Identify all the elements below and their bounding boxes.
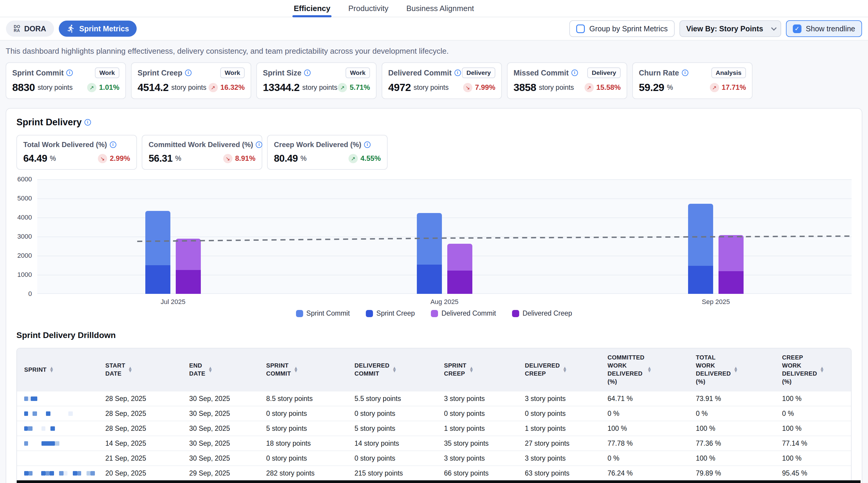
sort-icon[interactable]: ▲▼ <box>50 367 53 372</box>
stat-card-title: Total Work Delivered (%)i <box>23 140 130 149</box>
table-cell: 3 story points <box>518 395 600 403</box>
group-by-sprint-metrics-toggle[interactable]: Group by Sprint Metrics <box>569 20 675 37</box>
info-icon[interactable]: i <box>304 69 311 76</box>
metric-cards-row: Sprint CommitiWork8830story points↗1.01%… <box>6 62 862 99</box>
column-header-sprint[interactable]: Sprint▲▼ <box>17 349 98 391</box>
group-by-checkbox[interactable] <box>576 25 585 33</box>
tab-productivity[interactable]: Productivity <box>348 0 388 17</box>
sort-icon[interactable]: ▲▼ <box>209 367 212 372</box>
sort-icon[interactable]: ▲▼ <box>393 367 396 372</box>
dora-button[interactable]: DORA DORA <box>6 21 54 37</box>
trend-value: 5.71% <box>350 83 370 92</box>
table-row[interactable]: 28 Sep, 202530 Sep, 20258.5 story points… <box>17 391 851 406</box>
info-icon[interactable]: i <box>85 119 91 126</box>
column-header-end-date[interactable]: End Date▲▼ <box>182 349 259 391</box>
sort-icon[interactable]: ▲▼ <box>734 367 737 372</box>
sprint-redacted-cell <box>17 396 98 401</box>
column-header-total-work-delivered[interactable]: Total Work Delivered (%)▲▼ <box>689 349 775 391</box>
metric-card-sprint-commit: Sprint CommitiWork8830story points↗1.01% <box>6 62 126 99</box>
sprint-delivery-header: Sprint Delivery i <box>17 117 851 128</box>
table-cell: 0 story points <box>347 454 437 462</box>
sprint-metrics-label: Sprint Metrics <box>80 25 129 33</box>
legend-item-sprint-commit[interactable]: Sprint Commit <box>296 310 350 317</box>
table-cell: 77.78 % <box>600 440 689 448</box>
table-row[interactable]: 28 Sep, 202530 Sep, 20255 story points5 … <box>17 421 851 436</box>
info-icon[interactable]: i <box>110 141 116 148</box>
legend-label: Sprint Creep <box>376 310 415 317</box>
table-row[interactable]: 14 Sep, 202530 Sep, 202518 story points1… <box>17 436 851 450</box>
trend-value: 1.01% <box>99 83 119 92</box>
metric-card-body: 4972story points↘7.99% <box>388 82 495 93</box>
sort-icon[interactable]: ▲▼ <box>648 367 651 372</box>
sort-icon[interactable]: ▲▼ <box>470 367 473 372</box>
sprint-redacted-cell <box>17 426 98 431</box>
sort-icon[interactable]: ▲▼ <box>563 367 566 372</box>
sprint-delivery-section: Sprint Delivery i Total Work Delivered (… <box>6 108 862 483</box>
view-by-dropdown[interactable]: View By: Story Points <box>679 20 781 37</box>
redacted-block <box>41 426 45 431</box>
info-icon[interactable]: i <box>256 141 262 148</box>
table-cell: 1 story points <box>437 424 518 432</box>
redacted-block <box>28 411 33 416</box>
info-icon[interactable]: i <box>364 141 371 148</box>
column-header-start-date[interactable]: Start Date▲▼ <box>98 349 182 391</box>
table-cell: 30 Sep, 2025 <box>182 424 259 432</box>
metric-value: 8830 <box>12 82 35 93</box>
show-trendline-checkbox[interactable]: ✓ <box>793 25 802 33</box>
tab-efficiency[interactable]: Efficiency <box>293 0 330 17</box>
table-cell: 35 story points <box>437 440 518 448</box>
tab-business-alignment[interactable]: Business Alignment <box>406 0 474 17</box>
table-cell: 0 story points <box>437 410 518 418</box>
column-header-delivered-creep[interactable]: Delivered Creep▲▼ <box>518 349 600 391</box>
metric-card-missed-commit: Missed CommitiDelivery3858story points↗1… <box>507 62 627 99</box>
trend-indicator: ↗1.01% <box>87 83 119 92</box>
x-axis-label: Aug 2025 <box>430 298 458 306</box>
info-icon[interactable]: i <box>185 69 192 76</box>
trend-value: 4.55% <box>361 154 381 163</box>
table-cell: 18 story points <box>259 440 347 448</box>
column-header-creep-work-delivered[interactable]: Creep Work Delivered (%)▲▼ <box>775 349 851 391</box>
sort-icon[interactable]: ▲▼ <box>294 367 298 372</box>
column-header-sprint-creep[interactable]: Sprint Creep▲▼ <box>437 349 518 391</box>
column-header-delivered-commit[interactable]: Delivered Commit▲▼ <box>347 349 437 391</box>
table-cell: 100 % <box>775 395 851 403</box>
info-icon[interactable]: i <box>682 69 688 76</box>
column-header-label: Sprint <box>24 366 46 374</box>
redacted-block <box>37 411 46 416</box>
trend-indicator: ↗17.71% <box>710 83 746 92</box>
table-row[interactable]: 28 Sep, 202530 Sep, 20250 story points0 … <box>17 406 851 421</box>
table-cell: 28 Sep, 2025 <box>98 424 182 432</box>
metric-unit: % <box>667 84 673 92</box>
delivery-stat-cards: Total Work Delivered (%)i64.49%↘2.99%Com… <box>17 135 851 170</box>
chart-plot-area[interactable] <box>37 179 851 294</box>
redacted-block <box>81 471 87 476</box>
legend-item-sprint-creep[interactable]: Sprint Creep <box>366 310 415 317</box>
redacted-block <box>33 411 37 416</box>
table-row[interactable]: 20 Sep, 202529 Sep, 2025282 story points… <box>17 465 851 480</box>
info-icon[interactable]: i <box>455 69 461 76</box>
runner-icon <box>66 24 75 33</box>
table-cell: 5.5 story points <box>347 395 437 403</box>
sprint-metrics-button[interactable]: Sprint Metrics <box>59 21 137 37</box>
legend-label: Delivered Creep <box>523 310 572 317</box>
redacted-block <box>77 471 81 476</box>
column-header-committed-work-delivered[interactable]: Committed Work Delivered (%)▲▼ <box>600 349 689 391</box>
table-cell: 95.45 % <box>775 469 851 477</box>
info-icon[interactable]: i <box>571 69 578 76</box>
stat-unit: % <box>50 155 56 163</box>
column-header-sprint-commit[interactable]: Sprint Commit▲▼ <box>259 349 347 391</box>
table-cell: 0 % <box>775 410 851 418</box>
legend-item-delivered-creep[interactable]: Delivered Creep <box>512 310 572 317</box>
stat-unit: % <box>175 155 181 163</box>
sort-icon[interactable]: ▲▼ <box>820 367 824 372</box>
info-icon[interactable]: i <box>66 69 73 76</box>
show-trendline-toggle[interactable]: ✓ Show trendline <box>786 20 862 37</box>
redacted-block <box>33 471 41 476</box>
metric-card-body: 8830story points↗1.01% <box>12 82 119 93</box>
stat-card-title-text: Creep Work Delivered (%) <box>274 140 361 149</box>
sort-icon[interactable]: ▲▼ <box>129 367 132 372</box>
table-row[interactable]: 21 Sep, 202530 Sep, 20250 story points0 … <box>17 450 851 465</box>
legend-item-delivered-commit[interactable]: Delivered Commit <box>431 310 496 317</box>
legend-swatch-icon <box>296 310 303 317</box>
horizontal-scrollbar[interactable] <box>17 480 861 483</box>
